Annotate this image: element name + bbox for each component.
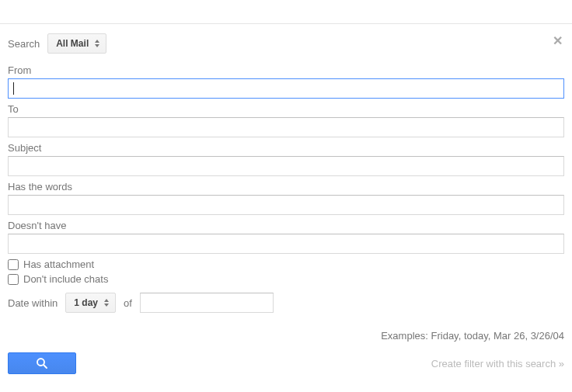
to-field-group: To	[8, 103, 564, 137]
subject-input[interactable]	[8, 156, 564, 176]
to-label: To	[8, 103, 564, 115]
doesnt-have-field-group: Doesn't have	[8, 220, 564, 254]
from-input[interactable]	[8, 78, 564, 99]
sort-arrows-icon	[104, 299, 109, 307]
subject-field-group: Subject	[8, 142, 564, 176]
of-label: of	[124, 297, 132, 309]
from-field-group: From	[8, 64, 564, 99]
to-input[interactable]	[8, 117, 564, 137]
date-within-label: Date within	[8, 297, 58, 309]
date-input[interactable]	[140, 293, 274, 313]
create-filter-link[interactable]: Create filter with this search »	[431, 358, 564, 369]
has-attachment-row: Has attachment	[8, 258, 564, 270]
text-cursor	[13, 82, 14, 95]
date-within-row: Date within 1 day of	[8, 293, 564, 313]
has-attachment-checkbox[interactable]	[8, 259, 19, 270]
close-icon: ✕	[553, 34, 563, 47]
search-scope-select[interactable]: All Mail	[47, 33, 106, 54]
date-within-select[interactable]: 1 day	[65, 293, 116, 313]
from-label: From	[8, 64, 564, 76]
doesnt-have-input[interactable]	[8, 234, 564, 254]
search-icon	[35, 356, 49, 370]
doesnt-have-label: Doesn't have	[8, 220, 564, 231]
subject-label: Subject	[8, 142, 564, 154]
search-label: Search	[8, 38, 40, 50]
date-within-value: 1 day	[74, 297, 98, 308]
svg-line-1	[44, 365, 47, 368]
close-button[interactable]: ✕	[553, 35, 563, 47]
search-scope-row: Search All Mail	[8, 33, 564, 54]
dont-include-chats-row: Don't include chats	[8, 273, 564, 285]
dont-include-chats-label: Don't include chats	[23, 273, 108, 285]
search-scope-value: All Mail	[56, 38, 89, 49]
advanced-search-panel: ✕ Search All Mail From To Subject Has th…	[0, 24, 572, 382]
has-words-field-group: Has the words	[8, 181, 564, 215]
has-words-label: Has the words	[8, 181, 564, 193]
search-button[interactable]	[8, 352, 76, 374]
footer-row: Create filter with this search »	[8, 352, 564, 374]
sort-arrows-icon	[95, 40, 99, 47]
has-attachment-label: Has attachment	[23, 258, 94, 270]
dont-include-chats-checkbox[interactable]	[8, 274, 19, 285]
examples-text: Examples: Friday, today, Mar 26, 3/26/04	[8, 330, 564, 342]
has-words-input[interactable]	[8, 195, 564, 215]
